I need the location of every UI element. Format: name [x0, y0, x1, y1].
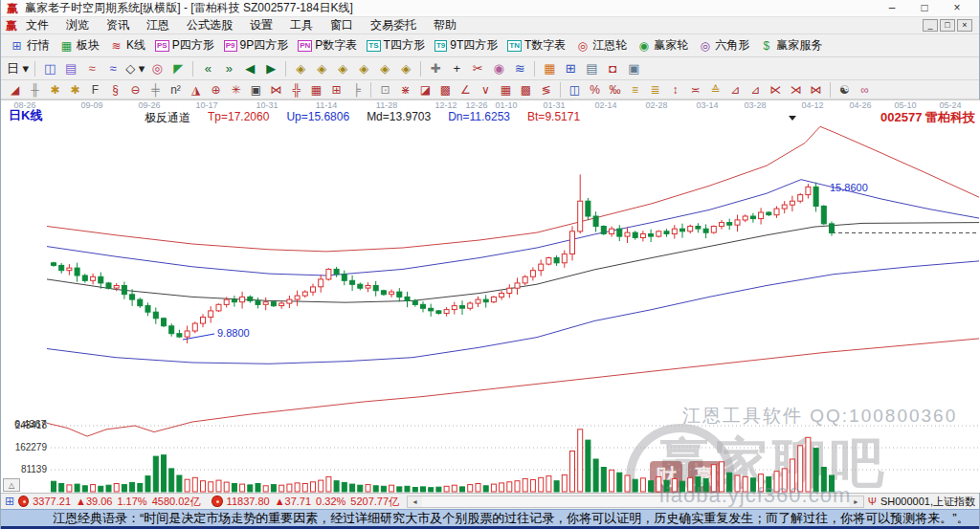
- magnify-icon[interactable]: ◉: [488, 59, 509, 77]
- calendar-icon[interactable]: ▦: [539, 59, 560, 77]
- hexagon-button[interactable]: ◎六角形: [693, 35, 754, 55]
- tool-permille-icon[interactable]: ‰: [605, 82, 625, 98]
- mdi-minimize-button[interactable]: _: [923, 19, 938, 32]
- menu-item-6[interactable]: 设置: [241, 17, 281, 33]
- draw-net-icon[interactable]: ▦: [496, 82, 516, 98]
- draw-asterisk-icon[interactable]: ✳: [226, 82, 246, 98]
- tool-levels-icon[interactable]: ≡: [625, 82, 645, 98]
- menu-item-8[interactable]: 窗口: [322, 17, 362, 33]
- gann-diamond-2[interactable]: ◈: [311, 59, 332, 77]
- prev-bar-button[interactable]: ◀: [239, 59, 260, 77]
- draw-box-icon[interactable]: ▣: [246, 82, 266, 98]
- draw-angle-icon[interactable]: ◮: [186, 82, 206, 98]
- first-bar-button[interactable]: «: [197, 59, 218, 77]
- draw-ruler-icon[interactable]: ╪: [145, 82, 166, 98]
- next-bar-button[interactable]: ▶: [260, 59, 281, 77]
- candle-style-dropdown[interactable]: ◇ ▾: [123, 59, 146, 77]
- infinity-icon[interactable]: ∞: [855, 82, 875, 98]
- winner-service-button[interactable]: $赢家服务: [754, 35, 827, 55]
- paint-flag-icon[interactable]: ◤: [167, 59, 189, 77]
- quote-table-icon[interactable]: ⊞: [5, 496, 14, 507]
- last-bar-button[interactable]: »: [218, 59, 239, 77]
- draw-square-n2-icon[interactable]: n²: [166, 82, 186, 98]
- period-day-dropdown[interactable]: 日 ▾: [5, 59, 31, 77]
- tool-rtimes-icon[interactable]: ⋊: [786, 82, 806, 98]
- trend-red-icon[interactable]: ≈: [81, 59, 102, 77]
- sectors-button[interactable]: ▦板块: [55, 35, 104, 55]
- mdi-close-button[interactable]: ×: [957, 19, 972, 32]
- gann-diamond-1[interactable]: ◈: [290, 59, 311, 77]
- tool-slope-icon[interactable]: ⊿: [746, 82, 766, 98]
- menu-item-9[interactable]: 交易委托: [362, 17, 425, 33]
- scroll-left-button[interactable]: ◂: [408, 496, 422, 507]
- draw-cycle-icon[interactable]: ⊖: [125, 82, 145, 98]
- print-icon[interactable]: ▣: [623, 59, 644, 77]
- menu-item-7[interactable]: 工具: [281, 17, 322, 33]
- t9-square-button[interactable]: T99T四方形: [430, 35, 502, 55]
- draw-panel-icon[interactable]: ⊡: [375, 82, 395, 98]
- menu-item-2[interactable]: 浏览: [57, 17, 98, 33]
- draw-shade-icon[interactable]: ◪: [415, 82, 435, 98]
- menu-item-10[interactable]: 帮助: [425, 17, 465, 33]
- tool-bowtie-icon[interactable]: ⋈: [806, 82, 826, 98]
- menu-item-3[interactable]: 资讯: [98, 17, 138, 33]
- scroll-right-button[interactable]: ▸: [849, 496, 863, 507]
- draw-pen-icon[interactable]: ◢: [5, 82, 25, 98]
- notes-icon[interactable]: ▤: [581, 59, 602, 77]
- gann-wheel-button[interactable]: ◎江恩轮: [570, 35, 632, 55]
- maximize-button[interactable]: □: [908, 0, 941, 16]
- draw-spiral-icon[interactable]: §: [105, 82, 125, 98]
- tool-frame-icon[interactable]: ◫: [565, 82, 585, 98]
- kline-button[interactable]: ≋K线: [104, 35, 150, 55]
- p-number-table-button[interactable]: PNP数字表: [293, 35, 362, 55]
- p-square-button[interactable]: PSP四方形: [150, 35, 219, 55]
- tool-percent-icon[interactable]: %: [585, 82, 605, 98]
- gann-diamond-4[interactable]: ◈: [353, 59, 374, 77]
- menu-item-5[interactable]: 公式选股: [178, 17, 241, 33]
- mdi-restore-button[interactable]: □: [940, 19, 955, 32]
- view-glasses-icon[interactable]: ◎: [146, 59, 167, 77]
- gann-diamond-5[interactable]: ◈: [374, 59, 395, 77]
- menu-item-1[interactable]: 文件: [17, 17, 57, 33]
- cut-icon[interactable]: ✂: [467, 59, 488, 77]
- p9-square-button[interactable]: P99P四方形: [219, 35, 293, 55]
- draw-angle2-icon[interactable]: ∠: [456, 82, 476, 98]
- draw-zigzag-icon[interactable]: ≶: [536, 82, 556, 98]
- window-layout-icon[interactable]: ◫: [39, 59, 60, 77]
- minimize-button[interactable]: –: [876, 0, 908, 16]
- draw-wave-icon[interactable]: ⋈: [266, 82, 286, 98]
- kline-chart-canvas[interactable]: 08-2609-0909-2610-1710-3111-1411-2812-12…: [1, 100, 980, 493]
- close-button[interactable]: ×: [941, 0, 973, 16]
- bank-icon[interactable]: ≋: [509, 59, 530, 77]
- shenzhen-index-quote[interactable]: 11837.80 ▲37.71 0.32% 5207.77亿: [227, 495, 399, 509]
- shanghai-index-quote[interactable]: 3377.21 ▲39.06 1.17% 4580.02亿: [33, 495, 200, 509]
- draw-cross-icon[interactable]: ╬: [286, 82, 306, 98]
- yinyang-icon[interactable]: ☯: [835, 82, 855, 98]
- current-index-selector[interactable]: Ψ SH000001,上证指数: [868, 495, 975, 509]
- menu-item-4[interactable]: 江恩: [138, 17, 178, 33]
- tool-triangle-icon[interactable]: ⊿: [725, 82, 746, 98]
- draw-tick-icon[interactable]: ╞: [346, 82, 367, 98]
- t-number-table-button[interactable]: TNT数字表: [502, 35, 570, 55]
- drag-hand-icon[interactable]: ✚: [425, 59, 446, 77]
- draw-star-icon[interactable]: ✱: [45, 82, 65, 98]
- draw-vee-icon[interactable]: ∨: [476, 82, 496, 98]
- tool-equal-icon[interactable]: ≍: [685, 82, 705, 98]
- calculator-icon[interactable]: ⊞: [560, 59, 581, 77]
- draw-star2-icon[interactable]: ✱: [65, 82, 85, 98]
- quotes-button[interactable]: ⊞行情: [5, 35, 55, 55]
- horizontal-scrollbar[interactable]: ◂ ▸: [407, 496, 864, 508]
- gann-diamond-6[interactable]: ◈: [395, 59, 416, 77]
- report-icon[interactable]: ▤: [60, 59, 81, 77]
- scrollbar-track[interactable]: [422, 496, 849, 507]
- tool-updown-icon[interactable]: ↕: [665, 82, 685, 98]
- draw-grid2-icon[interactable]: ▦: [306, 82, 326, 98]
- tool-levels2-icon[interactable]: ≣: [645, 82, 665, 98]
- tool-ltimes-icon[interactable]: ⋉: [766, 82, 786, 98]
- draw-hatch-icon[interactable]: ▩: [435, 82, 456, 98]
- t-square-button[interactable]: TST四方形: [362, 35, 430, 55]
- save-icon[interactable]: ◘: [602, 59, 623, 77]
- draw-net2-icon[interactable]: ▩: [516, 82, 536, 98]
- gann-diamond-3[interactable]: ◈: [332, 59, 353, 77]
- draw-circle-icon[interactable]: ⊕: [206, 82, 226, 98]
